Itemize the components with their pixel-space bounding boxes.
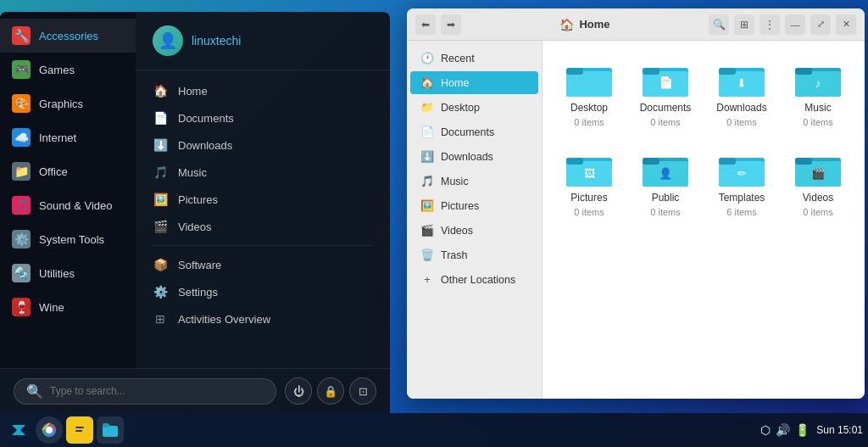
menu-item-office[interactable]: 📁 Office: [0, 154, 136, 188]
fm-sidebar-trash[interactable]: 🗑️ Trash: [410, 243, 538, 266]
utilities-icon: 🔩: [12, 264, 31, 282]
link-music[interactable]: 🎵 Music: [136, 159, 390, 186]
folder-downloads-name: Downloads: [716, 102, 766, 114]
lock-button[interactable]: 🔒: [317, 377, 344, 405]
folder-public-icon: 👤: [643, 151, 688, 188]
folder-downloads[interactable]: ⬇ Downloads 0 items: [709, 54, 775, 134]
link-settings[interactable]: ⚙️ Settings: [136, 278, 390, 305]
link-pictures-label: Pictures: [178, 193, 218, 206]
folder-documents[interactable]: 📄 Documents 0 items: [632, 54, 698, 134]
folder-desktop-icon: [566, 61, 612, 98]
folder-videos-count: 0 items: [803, 207, 832, 217]
fm-minimize-button[interactable]: —: [785, 14, 805, 35]
link-music-label: Music: [178, 166, 207, 179]
fm-sidebar-pictures[interactable]: 🖼️ Pictures: [410, 194, 538, 217]
fm-sidebar-other-label: Other Locations: [441, 274, 515, 286]
fm-sidebar-home[interactable]: 🏠 Home: [410, 71, 538, 94]
wine-icon: 🍷: [12, 298, 31, 316]
menu-item-wine[interactable]: 🍷 Wine: [0, 290, 136, 324]
menu-item-accessories[interactable]: 🔧 Accessories: [0, 19, 136, 53]
logout-button[interactable]: ⊡: [349, 377, 376, 405]
folder-music[interactable]: ♪ Music 0 items: [785, 54, 851, 134]
link-videos[interactable]: 🎬 Videos: [136, 213, 390, 240]
folder-desktop[interactable]: Desktop 0 items: [556, 54, 622, 134]
taskbar-files[interactable]: [97, 416, 124, 444]
soundvideo-icon: 🎵: [12, 196, 31, 215]
svg-rect-38: [103, 423, 109, 427]
fm-sidebar-recent[interactable]: 🕐 Recent: [410, 47, 538, 70]
other-sidebar-icon: +: [420, 273, 434, 286]
link-pictures[interactable]: 🖼️ Pictures: [136, 186, 390, 213]
folder-public[interactable]: 👤 Public 0 items: [632, 144, 698, 224]
fm-sidebar-recent-label: Recent: [441, 53, 475, 64]
link-software-label: Software: [178, 259, 221, 271]
folder-music-count: 0 items: [803, 117, 832, 127]
fm-close-button[interactable]: ✕: [836, 14, 856, 35]
svg-text:🎬: 🎬: [811, 166, 826, 181]
link-downloads[interactable]: ⬇️ Downloads: [136, 131, 390, 159]
menu-item-systemtools[interactable]: ⚙️ System Tools: [0, 222, 136, 256]
pictures-sidebar-icon: 🖼️: [420, 199, 434, 212]
fm-home-icon: 🏠: [559, 18, 574, 31]
downloads-icon: ⬇️: [153, 138, 168, 152]
systemtools-label: System Tools: [39, 233, 104, 246]
folder-pictures-name: Pictures: [570, 192, 607, 204]
folder-templates[interactable]: ✏ Templates 6 items: [709, 144, 775, 224]
recent-icon: 🕐: [420, 52, 434, 64]
link-activities[interactable]: ⊞ Activities Overview: [136, 305, 390, 332]
fm-sidebar-other[interactable]: + Other Locations: [410, 268, 538, 291]
svg-text:♪: ♪: [815, 76, 821, 90]
svg-rect-2: [566, 68, 583, 75]
svg-marker-31: [12, 425, 25, 435]
videos-icon: 🎬: [153, 220, 168, 233]
fm-view-button[interactable]: ⊞: [734, 14, 754, 35]
fm-search-button[interactable]: 🔍: [709, 14, 729, 35]
menu-categories: 🔧 Accessories 🎮 Games 🎨 Graphics ☁️ Inte…: [0, 12, 136, 368]
menu-item-graphics[interactable]: 🎨 Graphics: [0, 87, 136, 120]
taskbar-chrome[interactable]: [36, 416, 63, 444]
menu-item-soundvideo[interactable]: 🎵 Sound & Video: [0, 188, 136, 222]
fm-sidebar-videos[interactable]: 🎬 Videos: [410, 219, 538, 242]
search-bar[interactable]: 🔍: [14, 378, 276, 405]
svg-text:📄: 📄: [659, 75, 674, 90]
folder-videos-icon: 🎬: [795, 151, 841, 188]
fm-sidebar-documents[interactable]: 📄 Documents: [410, 120, 538, 143]
link-downloads-label: Downloads: [178, 139, 232, 152]
fm-back-button[interactable]: ⬅: [415, 14, 436, 35]
link-documents-label: Documents: [178, 112, 234, 125]
app-menu: 🔧 Accessories 🎮 Games 🎨 Graphics ☁️ Inte…: [0, 12, 390, 413]
search-input[interactable]: [50, 385, 264, 397]
music-sidebar-icon: 🎵: [420, 175, 434, 187]
svg-rect-35: [75, 427, 84, 428]
menu-item-internet[interactable]: ☁️ Internet: [0, 120, 136, 154]
fm-sidebar-downloads[interactable]: ⬇️ Downloads: [410, 145, 538, 168]
fm-sidebar-music[interactable]: 🎵 Music: [410, 170, 538, 193]
games-label: Games: [39, 64, 75, 76]
menu-bottom: 🔍 ⏻ 🔒 ⊡: [0, 368, 390, 413]
action-buttons: ⏻ 🔒 ⊡: [285, 377, 376, 405]
power-button[interactable]: ⏻: [285, 377, 312, 405]
taskbar-notes[interactable]: [66, 416, 93, 444]
fm-sidebar-desktop[interactable]: 📁 Desktop: [410, 96, 538, 119]
utilities-label: Utilities: [39, 267, 75, 280]
downloads-sidebar-icon: ⬇️: [420, 150, 434, 163]
graphics-icon: 🎨: [12, 94, 31, 113]
fm-main: Desktop 0 items 📄 Documents 0 items: [542, 41, 865, 399]
taskbar-zorin[interactable]: [5, 416, 32, 444]
accessories-icon: 🔧: [12, 26, 31, 45]
folder-pictures[interactable]: 🖼 Pictures 0 items: [556, 144, 622, 224]
fm-sidebar: 🕐 Recent 🏠 Home 📁 Desktop 📄 Documents ⬇️…: [407, 41, 542, 399]
menu-item-utilities[interactable]: 🔩 Utilities: [0, 256, 136, 290]
link-documents[interactable]: 📄 Documents: [136, 104, 390, 131]
fm-sidebar-videos-label: Videos: [441, 225, 473, 237]
fm-forward-button[interactable]: ➡: [441, 14, 461, 35]
fm-menu-button[interactable]: ⋮: [760, 14, 780, 35]
folder-videos[interactable]: 🎬 Videos 0 items: [785, 144, 851, 224]
folder-templates-count: 6 items: [726, 207, 756, 217]
fm-maximize-button[interactable]: ⤢: [810, 14, 831, 35]
link-software[interactable]: 📦 Software: [136, 251, 390, 278]
svg-rect-13: [795, 68, 812, 75]
menu-item-games[interactable]: 🎮 Games: [0, 53, 136, 87]
link-home[interactable]: 🏠 Home: [136, 77, 390, 104]
pictures-icon: 🖼️: [153, 193, 168, 206]
